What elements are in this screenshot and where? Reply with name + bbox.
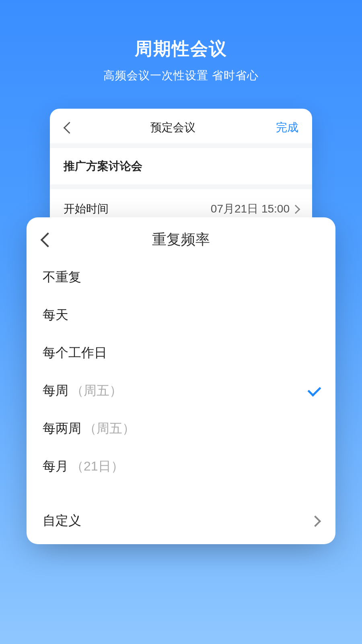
back-icon[interactable] [64, 122, 70, 133]
repeat-title: 重复频率 [27, 230, 335, 250]
custom-label: 自定义 [43, 512, 81, 530]
option-label: 每天 [43, 306, 68, 324]
schedule-title: 预定会议 [150, 120, 195, 135]
repeat-option-custom[interactable]: 自定义 [27, 502, 335, 540]
check-icon [307, 386, 319, 395]
chevron-right-icon [294, 205, 298, 213]
option-label: 每个工作日 [43, 344, 107, 362]
repeat-option-weekday[interactable]: 每个工作日 [27, 334, 335, 372]
option-hint: （周五） [71, 382, 122, 400]
option-hint: （周五） [84, 420, 135, 438]
hero-subtitle: 高频会议一次性设置 省时省心 [0, 68, 362, 83]
repeat-option-daily[interactable]: 每天 [27, 296, 335, 334]
repeat-back-icon[interactable] [40, 233, 48, 246]
hero-section: 周期性会议 高频会议一次性设置 省时省心 [0, 0, 362, 83]
meeting-name-text: 推广方案讨论会 [64, 159, 298, 174]
option-hint: （21日） [71, 458, 124, 475]
option-label: 每两周 [43, 420, 81, 438]
start-time-value-wrap: 07月21日 15:00 [211, 201, 298, 217]
meeting-name-row[interactable]: 推广方案讨论会 [50, 143, 312, 184]
done-button[interactable]: 完成 [276, 120, 298, 135]
repeat-option-none[interactable]: 不重复 [27, 258, 335, 296]
schedule-header: 预定会议 完成 [50, 109, 312, 143]
option-label: 每月 [43, 458, 68, 475]
chevron-right-icon [313, 516, 319, 526]
repeat-header: 重复频率 [27, 217, 335, 258]
repeat-option-biweekly[interactable]: 每两周 （周五） [27, 410, 335, 448]
option-label: 不重复 [43, 268, 81, 286]
repeat-option-weekly[interactable]: 每周 （周五） [27, 372, 335, 410]
hero-title: 周期性会议 [0, 37, 362, 61]
repeat-option-monthly[interactable]: 每月 （21日） [27, 448, 335, 485]
option-label: 每周 [43, 382, 68, 400]
repeat-card: 重复频率 不重复 每天 每个工作日 每周 （周五） 每两周 （周五） 每月 （2… [27, 217, 335, 544]
start-time-label: 开始时间 [64, 201, 109, 217]
start-time-value: 07月21日 15:00 [211, 201, 290, 217]
